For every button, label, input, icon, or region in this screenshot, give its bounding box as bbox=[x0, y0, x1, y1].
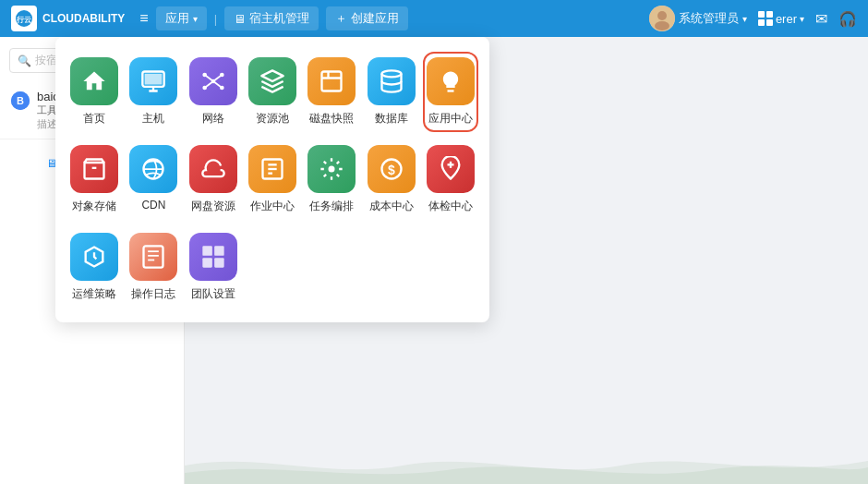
app-label-cdn: CDN bbox=[141, 199, 165, 212]
app-label-host: 主机 bbox=[142, 111, 164, 127]
app-label-health: 体检中心 bbox=[428, 199, 473, 214]
app-item-host[interactable]: 主机 bbox=[126, 52, 181, 132]
app-label-home: 首页 bbox=[83, 111, 105, 127]
app-icon-host bbox=[129, 57, 177, 105]
app-icon-network bbox=[189, 57, 237, 105]
app-icon-resource bbox=[248, 57, 296, 105]
app-item-app-center[interactable]: 应用中心 bbox=[423, 52, 478, 132]
app-icon-log bbox=[129, 233, 177, 281]
app-label-object: 对象存储 bbox=[72, 199, 116, 214]
app-icon-snapshot bbox=[307, 57, 356, 105]
user-info[interactable]: 系统管理员 ▾ bbox=[649, 6, 747, 31]
header-right: 系统管理员 ▾ erer ▾ ✉ 🎧 bbox=[649, 6, 857, 31]
svg-line-16 bbox=[204, 81, 212, 88]
app-item-snapshot[interactable]: 磁盘快照 bbox=[304, 52, 359, 132]
header: 行云 CLOUDABILITY ≡ 应用 ▾ | 🖥 宿主机管理 ＋ 创建应用 … bbox=[0, 0, 868, 37]
app-icon-cost: $ bbox=[368, 145, 416, 193]
app-dropdown: 首页主机网络资源池磁盘快照数据库应用中心对象存储CDN网盘资源作业中心任务编排$… bbox=[55, 37, 489, 322]
app-icon-cdn bbox=[129, 145, 177, 193]
svg-rect-31 bbox=[144, 246, 163, 267]
app-label-database: 数据库 bbox=[375, 111, 408, 127]
logo-text: CLOUDABILITY bbox=[42, 12, 125, 25]
app-label-schedule: 任务编排 bbox=[309, 199, 354, 214]
app-item-resource[interactable]: 资源池 bbox=[245, 52, 300, 132]
svg-point-4 bbox=[655, 21, 669, 30]
svg-rect-35 bbox=[202, 246, 212, 256]
app-label-log: 操作日志 bbox=[131, 286, 175, 302]
svg-point-19 bbox=[381, 70, 401, 77]
app-item-task-center[interactable]: 作业中心 bbox=[245, 139, 300, 220]
svg-rect-37 bbox=[202, 258, 212, 268]
app-item-netdisk[interactable]: 网盘资源 bbox=[186, 139, 241, 220]
app-grid: 首页主机网络资源池磁盘快照数据库应用中心对象存储CDN网盘资源作业中心任务编排$… bbox=[66, 52, 478, 308]
erer-chevron: ▾ bbox=[800, 14, 804, 24]
app-label-resource: 资源池 bbox=[256, 111, 289, 127]
host-favicon: B bbox=[11, 91, 30, 110]
logo-area: 行云 CLOUDABILITY bbox=[11, 6, 125, 31]
app-label-app-center: 应用中心 bbox=[428, 111, 473, 127]
nav-create-app[interactable]: ＋ 创建应用 bbox=[326, 6, 408, 30]
svg-rect-38 bbox=[214, 258, 224, 268]
app-item-team[interactable]: 团队设置 bbox=[186, 227, 241, 308]
host-icon: 🖥 bbox=[234, 12, 246, 26]
svg-text:行云: 行云 bbox=[16, 16, 31, 24]
user-name: 系统管理员 bbox=[679, 10, 739, 27]
app-icon-home bbox=[70, 57, 118, 105]
app-label-snapshot: 磁盘快照 bbox=[309, 111, 354, 127]
nav-host-mgmt[interactable]: 🖥 宿主机管理 bbox=[224, 6, 319, 30]
app-icon-database bbox=[368, 57, 416, 105]
search-icon: 🔍 bbox=[18, 54, 31, 67]
svg-rect-8 bbox=[145, 74, 163, 85]
avatar bbox=[649, 6, 675, 31]
svg-line-15 bbox=[213, 75, 222, 81]
erer-label: erer bbox=[776, 12, 797, 26]
app-label-task-center: 作业中心 bbox=[250, 199, 295, 214]
app-icon-ops bbox=[70, 233, 118, 281]
nav-app-label: 应用 bbox=[165, 10, 189, 27]
app-icon-health bbox=[427, 145, 475, 193]
hamburger-icon[interactable]: ≡ bbox=[139, 10, 148, 27]
svg-rect-18 bbox=[322, 72, 342, 91]
logo-svg: 行云 bbox=[14, 8, 34, 29]
app-icon-app-center bbox=[427, 57, 475, 105]
nav-host-mgmt-label: 宿主机管理 bbox=[249, 10, 309, 27]
nav-app-chevron: ▾ bbox=[193, 14, 198, 24]
app-icon-task-center bbox=[248, 145, 296, 193]
erer-badge[interactable]: erer ▾ bbox=[758, 11, 804, 26]
app-item-database[interactable]: 数据库 bbox=[363, 52, 418, 132]
avatar-svg bbox=[649, 6, 675, 31]
svg-text:B: B bbox=[17, 95, 24, 106]
headset-icon[interactable]: 🎧 bbox=[838, 10, 857, 28]
windows-icon bbox=[758, 11, 773, 26]
app-item-ops[interactable]: 运维策略 bbox=[66, 227, 122, 308]
nav-app[interactable]: 应用 ▾ bbox=[156, 6, 207, 30]
app-item-home[interactable]: 首页 bbox=[66, 52, 122, 132]
app-label-network: 网络 bbox=[202, 111, 224, 127]
svg-text:$: $ bbox=[388, 163, 395, 177]
logo-icon: 行云 bbox=[11, 6, 37, 31]
wave-svg bbox=[185, 447, 868, 484]
app-label-team: 团队设置 bbox=[191, 286, 235, 302]
app-item-cdn[interactable]: CDN bbox=[126, 139, 181, 220]
user-chevron: ▾ bbox=[742, 14, 747, 24]
svg-point-3 bbox=[657, 11, 667, 20]
nav-divider-1: | bbox=[214, 12, 217, 26]
svg-line-14 bbox=[204, 75, 212, 81]
app-icon-netdisk bbox=[189, 145, 237, 193]
svg-rect-36 bbox=[214, 246, 224, 256]
app-icon-team bbox=[189, 233, 237, 281]
mail-icon[interactable]: ✉ bbox=[815, 10, 827, 28]
app-item-health[interactable]: 体检中心 bbox=[423, 139, 478, 220]
app-item-network[interactable]: 网络 bbox=[186, 52, 241, 132]
app-label-netdisk: 网盘资源 bbox=[191, 199, 235, 214]
app-label-cost: 成本中心 bbox=[369, 199, 414, 214]
app-item-cost[interactable]: $成本中心 bbox=[363, 139, 418, 220]
svg-point-26 bbox=[329, 166, 335, 173]
app-item-log[interactable]: 操作日志 bbox=[126, 227, 181, 308]
app-icon-schedule bbox=[307, 145, 356, 193]
app-item-schedule[interactable]: 任务编排 bbox=[304, 139, 359, 220]
app-item-object[interactable]: 对象存储 bbox=[66, 139, 122, 220]
plus-icon: ＋ bbox=[335, 10, 347, 27]
nav-create-app-label: 创建应用 bbox=[351, 10, 399, 27]
app-label-ops: 运维策略 bbox=[72, 286, 116, 302]
